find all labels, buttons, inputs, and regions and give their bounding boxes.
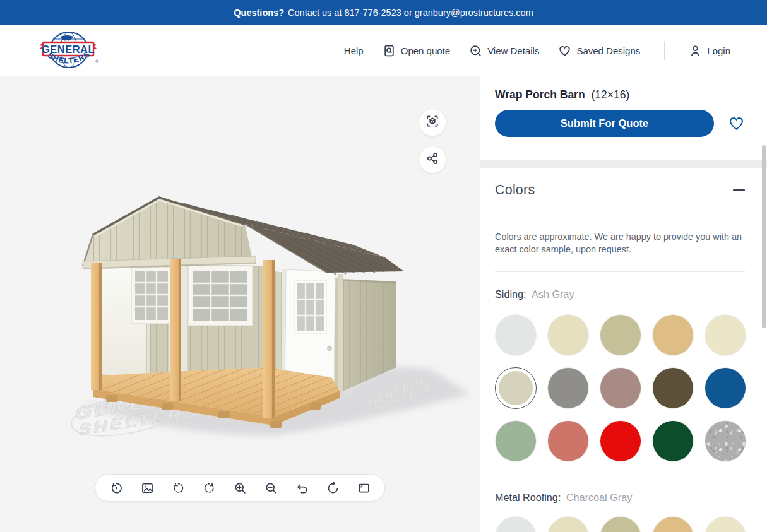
screenshot-icon[interactable] xyxy=(138,478,157,497)
color-swatch[interactable] xyxy=(652,367,694,409)
fit-view-icon[interactable] xyxy=(354,478,373,497)
minus-icon xyxy=(733,189,745,191)
config-panel: Wrap Porch Barn (12×16) Submit For Quote… xyxy=(480,76,767,532)
color-swatch[interactable] xyxy=(547,516,589,532)
product-title: Wrap Porch Barn (12×16) xyxy=(495,88,745,102)
roofing-selected-value: Charcoal Gray xyxy=(566,492,632,503)
product-name: Wrap Porch Barn xyxy=(495,88,585,101)
color-swatch[interactable] xyxy=(705,314,746,356)
color-swatch[interactable] xyxy=(547,367,589,409)
divider xyxy=(495,271,745,272)
document-search-icon xyxy=(383,44,396,57)
reset-view-icon[interactable] xyxy=(107,478,126,497)
color-swatch[interactable] xyxy=(705,516,746,532)
color-swatch[interactable] xyxy=(495,516,537,532)
company-logo[interactable]: GENERAL SHELTERS ® xyxy=(38,30,100,71)
color-swatch[interactable] xyxy=(652,516,694,532)
product-size: (12×16) xyxy=(592,88,630,101)
magnifier-plus-icon xyxy=(469,44,482,57)
color-swatch[interactable] xyxy=(547,314,589,356)
logo-registered-mark: ® xyxy=(95,59,99,64)
nav-open-quote[interactable]: Open quote xyxy=(383,44,450,57)
nav-login-label: Login xyxy=(707,45,730,56)
main-nav: Help Open quote View Details xyxy=(344,41,730,60)
nav-login[interactable]: Login xyxy=(689,44,730,57)
colors-section-title: Colors xyxy=(495,182,535,198)
color-swatch[interactable] xyxy=(495,314,537,356)
contact-topbar: Questions? Contact us at 817-776-2523 or… xyxy=(0,0,767,25)
topbar-question-label: Questions? xyxy=(234,8,284,18)
siding-label-row: Siding: Ash Gray xyxy=(495,288,745,300)
color-swatch[interactable] xyxy=(600,367,641,409)
nav-view-details[interactable]: View Details xyxy=(469,44,539,57)
roofing-label: Metal Roofing: xyxy=(495,492,561,503)
colors-note-text: Colors are approximate. We are happy to … xyxy=(495,230,745,256)
divider xyxy=(495,146,745,146)
color-swatch[interactable] xyxy=(652,314,694,356)
ar-view-icon xyxy=(425,114,439,131)
nav-divider xyxy=(664,41,665,60)
ar-view-button[interactable] xyxy=(419,109,446,136)
nav-help[interactable]: Help xyxy=(344,45,364,56)
rotate-ccw-icon[interactable] xyxy=(169,478,187,497)
viewer-toolbar xyxy=(95,474,385,502)
color-swatch[interactable] xyxy=(600,314,641,356)
submit-for-quote-button[interactable]: Submit For Quote xyxy=(495,110,714,137)
color-swatch[interactable] xyxy=(495,420,537,462)
undo-icon[interactable] xyxy=(292,478,311,497)
zoom-out-icon[interactable] xyxy=(261,478,280,497)
heart-icon xyxy=(558,44,571,57)
color-swatch-selected[interactable] xyxy=(495,367,537,409)
color-swatch[interactable] xyxy=(705,420,746,462)
section-separator xyxy=(480,160,767,168)
zoom-in-icon[interactable] xyxy=(230,478,249,497)
nav-open-quote-label: Open quote xyxy=(401,45,450,56)
panel-scrollbar-thumb[interactable] xyxy=(762,145,766,328)
share-button[interactable] xyxy=(419,146,446,174)
favorite-heart-icon[interactable] xyxy=(728,115,745,132)
nav-help-label: Help xyxy=(344,45,364,56)
roofing-swatch-grid xyxy=(495,516,757,532)
rotate-cw-icon[interactable] xyxy=(199,478,218,497)
divider xyxy=(495,476,745,476)
color-swatch[interactable] xyxy=(547,420,589,462)
collapse-colors-button[interactable] xyxy=(728,184,745,197)
roofing-label-row: Metal Roofing: Charcoal Gray xyxy=(495,492,745,504)
nav-view-details-label: View Details xyxy=(487,45,539,56)
color-swatch[interactable] xyxy=(600,516,641,532)
share-icon xyxy=(425,151,439,168)
barn-illustration: GENERAL SHELTERS xyxy=(0,76,480,532)
divider xyxy=(495,215,745,215)
siding-selected-value: Ash Gray xyxy=(532,288,574,300)
nav-saved-designs-label: Saved Designs xyxy=(576,45,640,56)
topbar-contact-text: Contact us at 817-776-2523 or granbury@p… xyxy=(288,8,533,18)
site-header: GENERAL SHELTERS ® Help Open quote xyxy=(0,25,767,76)
color-swatch[interactable] xyxy=(652,420,694,462)
color-swatch[interactable] xyxy=(600,420,641,462)
reset-icon[interactable] xyxy=(323,478,342,497)
nav-saved-designs[interactable]: Saved Designs xyxy=(558,44,640,57)
user-icon xyxy=(689,44,702,57)
siding-label: Siding: xyxy=(495,288,526,300)
viewer-3d-canvas[interactable]: GENERAL SHELTERS xyxy=(0,76,480,532)
color-swatch[interactable] xyxy=(705,367,746,409)
siding-swatch-grid xyxy=(495,314,757,462)
